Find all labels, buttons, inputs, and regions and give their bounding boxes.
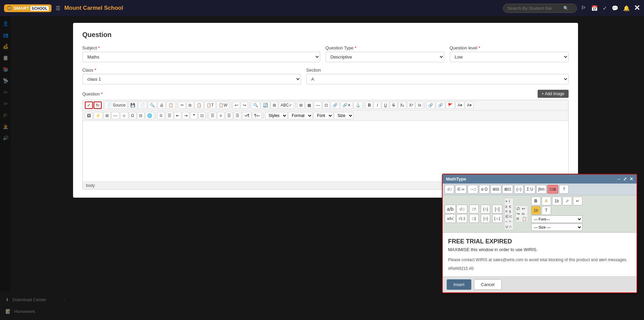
chat-icon[interactable]: 💬	[612, 5, 618, 11]
bell-icon[interactable]: 🔔	[623, 5, 630, 11]
navbar-icons: 🏳 📅 ✓ 💬 🔔	[581, 5, 630, 11]
brand-logo[interactable]: 🦁 SMART SCHOOL	[4, 4, 52, 12]
search-bar[interactable]: 🔍	[503, 4, 577, 13]
brand-icon: 🦁	[7, 6, 12, 11]
calendar-icon[interactable]: 📅	[591, 5, 598, 11]
brand-text: SMART SCHOOL	[13, 6, 49, 11]
search-icon: 🔍	[563, 6, 569, 11]
hamburger-icon[interactable]: ☰	[56, 5, 60, 11]
check-icon[interactable]: ✓	[603, 5, 607, 11]
close-icon[interactable]: ✕	[634, 4, 640, 12]
flag-icon[interactable]: 🏳	[581, 5, 586, 11]
school-title: Mount Carmel School	[64, 5, 499, 11]
search-input[interactable]	[507, 6, 561, 11]
navbar: 🦁 SMART SCHOOL ☰ Mount Carmel School 🔍 🏳…	[0, 0, 644, 16]
